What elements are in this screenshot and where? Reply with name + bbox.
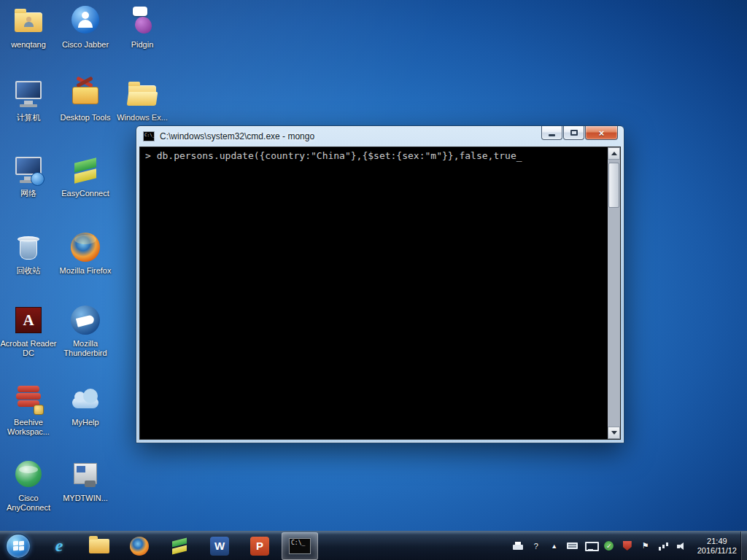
installer-icon [69, 458, 102, 491]
taskbar-button-internet-explorer[interactable] [41, 532, 77, 560]
desktop-icon-label: Cisco Jabber [57, 40, 114, 50]
cmd-icon [143, 131, 155, 141]
window-title: C:\windows\system32\cmd.exe - mongo [160, 131, 314, 141]
desktop-icon-acrobat[interactable]: Acrobat Reader DC [0, 303, 57, 358]
scroll-up-icon [611, 152, 617, 155]
internet-explorer-icon [55, 536, 63, 556]
desktop-icon-label: Mozilla Firefox [57, 266, 114, 276]
desktop-icon-pidgin[interactable]: Pidgin [114, 4, 171, 50]
taskbar-button-word[interactable] [201, 532, 238, 560]
desktop-icon-thunderbird[interactable]: Mozilla Thunderbird [57, 303, 114, 358]
desktop-icon-computer[interactable]: 计算机 [0, 77, 57, 122]
taskbar-button-explorer[interactable] [81, 532, 117, 560]
powerpoint-icon [250, 537, 269, 556]
clock-date: 2016/11/12 [697, 546, 737, 556]
desktop-icon-label: wenqtang [0, 40, 57, 50]
console-output[interactable]: > db.persons.update({country:"China"},{$… [139, 147, 621, 440]
thunderbird-icon [69, 303, 102, 337]
signal-bars-icon [659, 542, 669, 551]
action-center-tray-icon[interactable]: ⚑ [640, 540, 651, 552]
scroll-up-button[interactable] [608, 147, 620, 160]
desktop-icon-label: 回收站 [0, 266, 57, 276]
desktop-icon-label: Windows Ex... [114, 113, 171, 122]
desktop-icon-easyconnect[interactable]: EasyConnect [57, 153, 114, 198]
desktop-icon-wenqtang[interactable]: wenqtang [0, 4, 57, 50]
desktop-icon-label: MyHelp [57, 418, 114, 427]
acrobat-icon [12, 303, 45, 337]
printer-tray-icon[interactable] [512, 540, 524, 552]
pidgin-icon [125, 4, 159, 38]
keyboard-icon [567, 542, 578, 549]
desktop-icon-desktop-tools[interactable]: Desktop Tools [57, 77, 114, 122]
toolbox-icon [69, 77, 102, 111]
security-tray-icon[interactable] [622, 540, 633, 552]
window-titlebar[interactable]: C:\windows\system32\cmd.exe - mongo × [136, 126, 624, 147]
volume-tray-icon[interactable] [676, 540, 688, 552]
desktop-icon-myhelp[interactable]: MyHelp [57, 382, 114, 427]
cloud-icon [69, 382, 102, 416]
start-button[interactable] [6, 534, 31, 559]
desktop-icon-windows-explorer[interactable]: Windows Ex... [114, 77, 171, 122]
console-scrollbar[interactable] [608, 147, 620, 439]
show-desktop-button[interactable] [740, 532, 747, 560]
beehive-icon [12, 382, 45, 416]
desktop-icon-network[interactable]: 网络 [0, 153, 57, 198]
jabber-icon [69, 4, 102, 38]
windows-logo-icon [13, 541, 25, 552]
display-tray-icon[interactable] [585, 540, 597, 552]
close-button[interactable]: × [585, 126, 618, 140]
word-icon [210, 537, 229, 556]
scrollbar-thumb[interactable] [608, 163, 619, 208]
desktop-icon-label: Desktop Tools [57, 113, 114, 122]
cmd-window-icon [289, 538, 311, 554]
explorer-icon [89, 539, 109, 553]
desktop-icon-label: Beehive Workspac... [0, 418, 57, 437]
firefox-icon [130, 537, 149, 556]
desktop-icon-firefox[interactable]: Mozilla Firefox [57, 230, 114, 276]
minimize-button[interactable] [541, 126, 562, 140]
desktop-icon-label: 网络 [0, 189, 57, 198]
desktop-icon-label: MYDTWIN... [57, 494, 114, 503]
show-hidden-icons-button[interactable]: ▲ [549, 540, 560, 552]
scroll-down-icon [611, 431, 617, 435]
taskbar-button-powerpoint[interactable] [241, 532, 278, 560]
taskbar-clock[interactable]: 21:49 2016/11/12 [697, 537, 737, 556]
close-icon: × [599, 128, 605, 138]
cmd-window: C:\windows\system32\cmd.exe - mongo × > … [136, 125, 624, 443]
antivirus-tray-icon[interactable]: ✓ [603, 540, 615, 552]
console-cursor: _ [516, 151, 522, 162]
desktop-icon-jabber[interactable]: Cisco Jabber [57, 4, 114, 50]
desktop: wenqtang 计算机 网络 回收站 Acrobat Reader DC Be… [0, 0, 747, 560]
help-tray-icon[interactable]: ? [530, 540, 542, 552]
speaker-icon [677, 542, 687, 551]
clock-time: 21:49 [697, 537, 737, 546]
desktop-icon-label: Cisco AnyConnect [0, 494, 57, 513]
anyconnect-icon [12, 458, 45, 491]
user-folder-icon [12, 4, 45, 38]
desktop-icon-label: Pidgin [114, 40, 171, 50]
desktop-icon-recycle-bin[interactable]: 回收站 [0, 230, 57, 276]
taskbar-app-buttons [41, 532, 318, 560]
desktop-icon-label: Mozilla Thunderbird [57, 339, 114, 358]
desktop-icon-label: Acrobat Reader DC [0, 339, 57, 358]
taskbar-button-cmd[interactable] [282, 532, 318, 560]
desktop-icon-mydtwin[interactable]: MYDTWIN... [57, 458, 114, 503]
easyconnect-icon [171, 537, 188, 555]
taskbar-button-easyconnect[interactable] [161, 532, 198, 560]
console-command: > db.persons.update({country:"China"},{$… [145, 150, 516, 161]
network-tray-icon[interactable] [658, 540, 670, 552]
desktop-icon-label: EasyConnect [57, 189, 114, 198]
input-tray-icon[interactable] [567, 540, 578, 552]
firefox-icon [69, 230, 102, 264]
minimize-icon [549, 134, 555, 136]
network-icon [12, 153, 45, 187]
scroll-down-button[interactable] [608, 427, 620, 439]
console-prompt-line: > db.persons.update({country:"China"},{$… [145, 150, 522, 161]
explorer-folder-icon [125, 77, 159, 111]
taskbar-button-firefox[interactable] [121, 532, 158, 560]
printer-icon [513, 542, 523, 551]
maximize-button[interactable] [563, 126, 584, 140]
desktop-icon-beehive[interactable]: Beehive Workspac... [0, 382, 57, 437]
desktop-icon-anyconnect[interactable]: Cisco AnyConnect [0, 458, 57, 513]
system-tray: ? ▲ ✓ ⚑ 21:49 2016/11/12 [512, 532, 737, 560]
